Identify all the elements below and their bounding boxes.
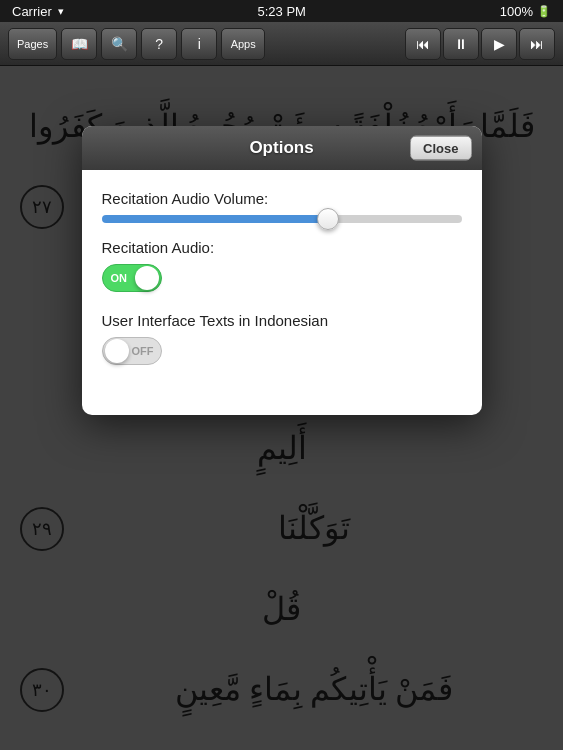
wifi-icon: ▾ <box>58 5 64 18</box>
status-left: Carrier ▾ <box>12 4 64 19</box>
audio-toggle-knob <box>135 266 159 290</box>
info-button[interactable]: i <box>181 28 217 60</box>
apps-label: Apps <box>231 38 256 50</box>
toolbar: Pages 📖 🔍 ? i Apps ⏮ ⏸ ▶ ⏭ <box>0 22 563 66</box>
modal-overlay: Options Close Recitation Audio Volume: R… <box>0 66 563 750</box>
volume-label: Recitation Audio Volume: <box>102 190 462 207</box>
ui-text-toggle[interactable]: OFF <box>102 337 162 365</box>
prev-start-icon: ⏮ <box>416 36 430 52</box>
audio-label: Recitation Audio: <box>102 239 462 256</box>
help-button[interactable]: ? <box>141 28 177 60</box>
prev-start-button[interactable]: ⏮ <box>405 28 441 60</box>
volume-slider-thumb[interactable] <box>317 208 339 230</box>
play-icon: ▶ <box>494 36 505 52</box>
search-button[interactable]: 🔍 <box>101 28 137 60</box>
volume-slider-track[interactable] <box>102 215 462 223</box>
dialog-title: Options <box>249 138 313 158</box>
audio-toggle[interactable]: ON <box>102 264 162 292</box>
search-icon: 🔍 <box>111 36 128 52</box>
pause-icon: ⏸ <box>454 36 468 52</box>
close-button[interactable]: Close <box>410 136 471 161</box>
ui-text-toggle-label: OFF <box>132 345 154 357</box>
dialog-header: Options Close <box>82 126 482 170</box>
pages-button[interactable]: Pages <box>8 28 57 60</box>
ui-text-option: User Interface Texts in Indonesian OFF <box>102 312 462 369</box>
book-icon-button[interactable]: 📖 <box>61 28 97 60</box>
info-icon: i <box>198 36 201 52</box>
status-bar: Carrier ▾ 5:23 PM 100% 🔋 <box>0 0 563 22</box>
time-label: 5:23 PM <box>258 4 306 19</box>
dialog-body: Recitation Audio Volume: Recitation Audi… <box>82 170 482 415</box>
ui-text-toggle-knob <box>105 339 129 363</box>
pause-button[interactable]: ⏸ <box>443 28 479 60</box>
next-end-icon: ⏭ <box>530 36 544 52</box>
volume-option: Recitation Audio Volume: <box>102 190 462 223</box>
carrier-label: Carrier <box>12 4 52 19</box>
battery-icon: 🔋 <box>537 5 551 18</box>
nav-controls: ⏮ ⏸ ▶ ⏭ <box>405 28 555 60</box>
question-icon: ? <box>155 36 163 52</box>
status-right: 100% 🔋 <box>500 4 551 19</box>
options-dialog: Options Close Recitation Audio Volume: R… <box>82 126 482 415</box>
volume-slider-container <box>102 215 462 223</box>
battery-label: 100% <box>500 4 533 19</box>
apps-button[interactable]: Apps <box>221 28 265 60</box>
book-icon: 📖 <box>71 36 88 52</box>
play-button[interactable]: ▶ <box>481 28 517 60</box>
ui-text-label: User Interface Texts in Indonesian <box>102 312 462 329</box>
audio-option: Recitation Audio: ON <box>102 239 462 296</box>
next-end-button[interactable]: ⏭ <box>519 28 555 60</box>
pages-label: Pages <box>17 38 48 50</box>
audio-toggle-label: ON <box>111 272 128 284</box>
